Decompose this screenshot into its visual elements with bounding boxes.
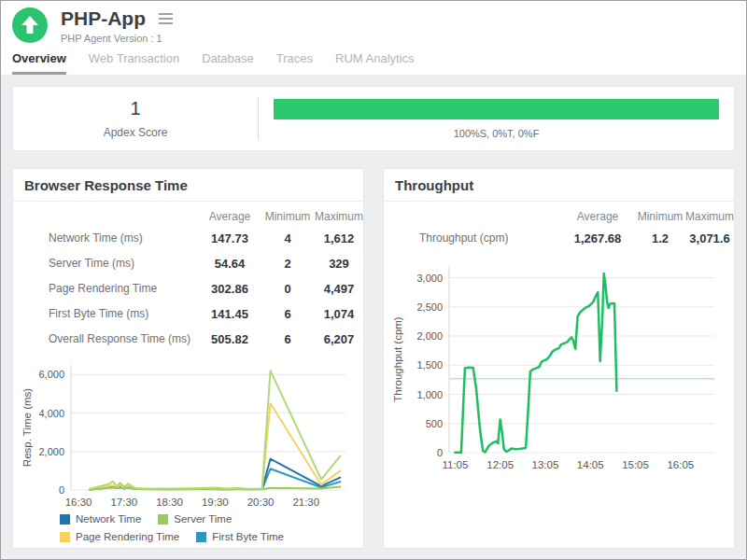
column-header-minimum: Minimum (261, 207, 315, 226)
tab-traces[interactable]: Traces (276, 51, 313, 75)
metric-label: Page Rendering Time (24, 276, 199, 301)
table-row: Network Time (ms) 147.73 4 1,612 (24, 226, 363, 251)
menu-icon[interactable] (157, 11, 175, 26)
svg-text:12:05: 12:05 (486, 459, 514, 470)
tab-rum-analytics[interactable]: RUM Analytics (335, 51, 415, 75)
legend-label: Page Rendering Time (76, 531, 179, 542)
table-row: Page Rendering Time 302.86 0 4,497 (24, 276, 363, 301)
svg-text:16:05: 16:05 (667, 459, 694, 470)
metrics-header-row: Average Minimum Maximum (24, 207, 363, 226)
metric-label: Network Time (ms) (24, 226, 199, 251)
agent-version-label: PHP Agent Version : 1 (61, 33, 175, 44)
tab-bar: Overview Web Transaction Database Traces… (1, 44, 746, 75)
apdex-score-value: 1 (13, 98, 258, 119)
metric-label: Server Time (ms) (24, 251, 199, 276)
svg-text:0: 0 (437, 447, 443, 458)
legend-swatch-icon (158, 514, 168, 525)
column-header-average: Average (199, 207, 261, 226)
svg-text:1,000: 1,000 (416, 389, 443, 400)
browser-response-time-panel: Browser Response Time Average Minimum Ma… (12, 168, 364, 549)
legend-label: Server Time (174, 513, 232, 525)
svg-text:11:05: 11:05 (442, 459, 468, 470)
panel-title-browser-response-time: Browser Response Time (13, 169, 363, 202)
column-header-maximum: Maximum (685, 207, 734, 226)
apdex-score-label: Apdex Score (13, 126, 258, 139)
svg-text:2,000: 2,000 (416, 330, 443, 342)
metric-minimum: 2 (261, 251, 315, 276)
page-title: PHP-App (61, 7, 146, 30)
svg-text:20:30: 20:30 (247, 497, 275, 507)
table-row: Throughput (cpm) 1,267.68 1.2 3,071.6 (395, 226, 734, 251)
column-header-average: Average (560, 207, 635, 226)
legend-swatch-icon (60, 532, 70, 542)
svg-text:4,000: 4,000 (38, 408, 64, 419)
column-header-maximum: Maximum (315, 207, 363, 226)
svg-text:1,500: 1,500 (416, 359, 443, 371)
main-content: 1 Apdex Score 100%S, 0%T, 0%F Browser Re… (1, 75, 746, 549)
svg-text:0: 0 (59, 484, 64, 496)
chart-legend: Network Time Server Time Page Rendering … (13, 507, 363, 548)
svg-text:Throughput (cpm): Throughput (cpm) (392, 316, 403, 402)
metric-average: 54.64 (199, 251, 261, 276)
legend-label: Network Time (76, 513, 141, 525)
metric-label: Overall Response Time (ms) (24, 327, 199, 352)
legend-swatch-icon (60, 514, 70, 525)
table-row: First Byte Time (ms) 141.45 6 1,074 (24, 301, 363, 327)
tab-overview[interactable]: Overview (12, 51, 66, 75)
metric-average: 141.45 (199, 301, 261, 327)
apdex-card: 1 Apdex Score 100%S, 0%T, 0%F (12, 86, 735, 151)
app-window: PHP-App PHP Agent Version : 1 Overview W… (0, 0, 747, 560)
metric-average: 505.82 (199, 327, 261, 352)
metric-maximum: 3,071.6 (685, 226, 734, 251)
svg-text:21:30: 21:30 (292, 497, 319, 507)
metric-minimum: 6 (261, 301, 315, 327)
svg-text:17:30: 17:30 (110, 497, 137, 507)
tab-web-transaction[interactable]: Web Transaction (89, 51, 179, 75)
apdex-breakdown-label: 100%S, 0%T, 0%F (274, 128, 719, 139)
legend-label: First Byte Time (212, 531, 284, 542)
svg-text:2,500: 2,500 (416, 301, 443, 313)
column-header-minimum: Minimum (635, 207, 685, 226)
browser-response-time-chart[interactable]: 02,0004,0006,00016:3017:3018:3019:3020:3… (19, 356, 355, 507)
svg-text:19:30: 19:30 (202, 497, 229, 507)
svg-text:500: 500 (426, 418, 443, 429)
metric-average: 1,267.68 (560, 226, 635, 251)
header: PHP-App PHP Agent Version : 1 (1, 1, 746, 44)
legend-item-first-byte-time[interactable]: First Byte Time (196, 531, 284, 542)
metric-maximum: 1,612 (315, 226, 363, 251)
table-row: Overall Response Time (ms) 505.82 6 6,20… (24, 327, 363, 352)
metric-minimum: 0 (261, 276, 315, 301)
metric-maximum: 6,207 (315, 327, 363, 352)
svg-text:14:05: 14:05 (577, 459, 604, 470)
svg-text:16:30: 16:30 (65, 497, 92, 507)
tab-database[interactable]: Database (202, 51, 254, 75)
metric-minimum: 4 (261, 226, 315, 251)
metric-label: First Byte Time (ms) (24, 301, 199, 327)
legend-swatch-icon (196, 532, 206, 542)
svg-text:13:05: 13:05 (532, 459, 559, 470)
app-status-icon (12, 7, 48, 43)
metric-minimum: 1.2 (635, 226, 685, 251)
legend-item-network-time[interactable]: Network Time (60, 513, 141, 525)
metric-label: Throughput (cpm) (395, 226, 560, 251)
legend-item-server-time[interactable]: Server Time (158, 513, 232, 525)
metric-maximum: 1,074 (315, 301, 363, 327)
svg-text:3,000: 3,000 (416, 273, 443, 284)
metric-average: 302.86 (199, 276, 261, 301)
svg-text:2,000: 2,000 (38, 446, 64, 457)
throughput-panel: Throughput Average Minimum Maximum Throu… (383, 168, 735, 549)
throughput-chart[interactable]: 05001,0001,5002,0002,5003,00011:0512:051… (389, 255, 726, 479)
apdex-satisfaction-bar (274, 99, 719, 119)
metric-maximum: 329 (315, 251, 363, 276)
metric-minimum: 6 (261, 327, 315, 352)
metric-maximum: 4,497 (315, 276, 363, 301)
svg-text:18:30: 18:30 (156, 497, 183, 507)
svg-text:15:05: 15:05 (622, 459, 649, 470)
table-row: Server Time (ms) 54.64 2 329 (24, 251, 363, 276)
svg-text:Resp. Time (ms): Resp. Time (ms) (21, 388, 33, 468)
svg-text:6,000: 6,000 (38, 369, 64, 380)
metric-average: 147.73 (199, 226, 261, 251)
legend-item-page-rendering-time[interactable]: Page Rendering Time (60, 531, 179, 542)
metrics-header-row: Average Minimum Maximum (395, 207, 734, 226)
panel-title-throughput: Throughput (384, 169, 734, 202)
